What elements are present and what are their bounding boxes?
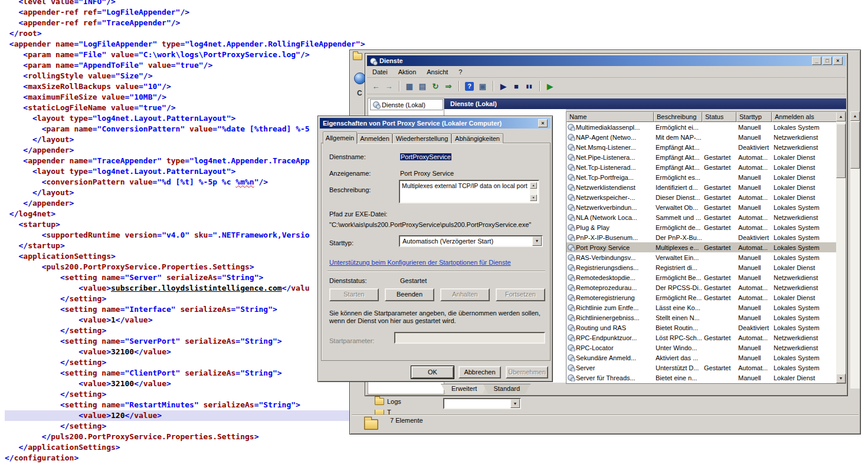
scroll-thumb[interactable]: [850, 121, 860, 169]
table-row[interactable]: Richtlinienergebniss...Stellt einen N...…: [566, 312, 836, 323]
table-row[interactable]: RemoteregistrierungErmöglicht Re...Gesta…: [566, 292, 836, 302]
column-header-2[interactable]: Status: [702, 112, 736, 122]
restart-icon[interactable]: ▶: [544, 81, 556, 92]
table-row[interactable]: RPC-LocatorUnter Windo...ManuellNetzwerk…: [566, 343, 836, 353]
column-header-3[interactable]: Starttyp: [736, 112, 772, 122]
chevron-down-icon[interactable]: ▼: [510, 399, 520, 408]
menu-help[interactable]: ?: [453, 67, 467, 77]
menu-aktion[interactable]: Aktion: [393, 67, 422, 77]
table-row[interactable]: Net.Msmq-Listener...Empfängt Akt...Deakt…: [566, 142, 836, 152]
description-scrollbar[interactable]: ▲ ▼: [530, 182, 537, 201]
table-row[interactable]: Port Proxy ServiceMultiplexes e...Gestar…: [566, 242, 836, 252]
maximize-button[interactable]: □: [823, 57, 832, 65]
scroll-down-button[interactable]: ▼: [530, 195, 537, 201]
start-params-note: Sie können die Startparameter angeben, d…: [329, 310, 545, 325]
table-row[interactable]: RAS-Verbindungsv...Verwaltet Ein...Manue…: [566, 252, 836, 262]
explorer-tree-item[interactable]: Logs: [375, 398, 401, 405]
table-row[interactable]: Net.Pipe-Listenera...Empfängt Akt...Gest…: [566, 152, 836, 162]
code-line[interactable]: </root>: [5, 28, 868, 39]
explorer-combobox[interactable]: ▼: [443, 398, 521, 409]
table-row[interactable]: Remotedesktopdie...Ermöglicht Be...Gesta…: [566, 272, 836, 282]
scroll-up-button[interactable]: ▲: [530, 182, 537, 189]
service-name: Net.Msmq-Listener...: [576, 144, 636, 151]
tree-node-dienste-lokal[interactable]: Dienste (Lokal): [370, 99, 443, 110]
list-icon[interactable]: ▤: [417, 81, 428, 92]
tab-allgemein[interactable]: Allgemein: [323, 131, 357, 144]
cancel-button[interactable]: Abbrechen: [458, 366, 501, 379]
table-row[interactable]: PnP-X-IP-Busenum...Der PnP-X-Bu...Deakti…: [566, 232, 836, 242]
export-icon[interactable]: ⇒: [443, 81, 454, 92]
view-tab-standard[interactable]: Standard: [483, 384, 530, 394]
forward-icon[interactable]: →: [383, 81, 395, 92]
table-row[interactable]: Registrierungsdiens...Registriert di...M…: [566, 262, 836, 272]
table-row[interactable]: Remoteprozedurau...Der RPCSS-Di...Gestar…: [566, 282, 836, 292]
explorer-scrollbar[interactable]: ▲: [850, 111, 860, 389]
column-header-1[interactable]: Beschreibung: [654, 112, 702, 122]
table-row[interactable]: Multimediaklassenpl...Ermöglicht ei...Ma…: [566, 122, 836, 132]
scroll-up-button[interactable]: ▲: [836, 112, 846, 121]
help-icon[interactable]: ?: [465, 82, 474, 91]
logon-cell: Lokaler Dienst: [772, 194, 836, 201]
code-line[interactable]: <level value="INFO"/>: [5, 0, 868, 7]
table-row[interactable]: Netzwerkspeicher-...Dieser Dienst...Gest…: [566, 192, 836, 202]
ok-button[interactable]: OK: [411, 366, 454, 379]
code-line[interactable]: <appender name="LogFileAppender" type="l…: [5, 39, 868, 50]
back-icon[interactable]: ←: [370, 81, 382, 92]
stop-icon[interactable]: ■: [510, 81, 522, 92]
chevron-down-icon[interactable]: ▼: [532, 236, 542, 246]
menu-ansicht[interactable]: Ansicht: [421, 67, 453, 77]
table-row[interactable]: Routing und RASBietet Routin...Deaktivie…: [566, 323, 836, 333]
close-button[interactable]: ×: [538, 119, 548, 127]
scroll-up-button[interactable]: ▲: [850, 111, 860, 121]
code-line[interactable]: <appender-ref ref="LogFileAppender"/>: [5, 7, 868, 18]
code-line[interactable]: <appender-ref ref="TraceAppender"/>: [5, 18, 868, 28]
service-name: Server: [576, 364, 595, 371]
scroll-thumb[interactable]: [836, 124, 846, 178]
tab-abhaengigkeiten[interactable]: Abhängigkeiten: [451, 133, 503, 143]
refresh-icon[interactable]: ↻: [430, 81, 441, 92]
scroll-down-button[interactable]: ▼: [836, 374, 846, 383]
menu-datei[interactable]: Datei: [367, 67, 393, 77]
code-line[interactable]: </configuration>: [5, 453, 868, 463]
code-line[interactable]: </applicationSettings>: [5, 442, 868, 453]
description-cell: Verwaltet Ob...: [654, 204, 702, 211]
starttype-cell: Manuell: [736, 264, 772, 271]
table-row[interactable]: Plug & PlayErmöglicht de...GestartetAuto…: [566, 222, 836, 232]
status-cell: Gestartet: [702, 274, 736, 281]
start-parameters-input[interactable]: [394, 332, 545, 344]
tab-wiederherstellung[interactable]: Wiederherstellung: [392, 133, 451, 143]
table-row[interactable]: Server für Threads...Bietet eine n...Man…: [566, 373, 836, 383]
table-row[interactable]: NetzwerklistendienstIdentifiziert d...Ge…: [566, 182, 836, 192]
up-arrow-icon: ▲: [839, 114, 843, 119]
services-title-bar[interactable]: Dienste _ □ ×: [367, 55, 846, 66]
window-icon[interactable]: ▣: [477, 81, 489, 92]
startup-options-help-link[interactable]: Unterstützung beim Konfigurieren der Sta…: [329, 259, 511, 266]
list-scrollbar[interactable]: ▲ ▼: [836, 112, 846, 383]
display-name-value[interactable]: Port Proxy Service: [400, 170, 454, 177]
minimize-button[interactable]: _: [812, 57, 821, 65]
column-header-0[interactable]: Name: [566, 112, 654, 122]
table-row[interactable]: ServerUnterstützt D...GestartetAutomat..…: [566, 363, 836, 373]
table-row[interactable]: NAP-Agent (Netwo...Mit dem NAP-...Manuel…: [566, 132, 836, 142]
table-row[interactable]: NLA (Network Loca...Sammelt und ...Gesta…: [566, 212, 836, 222]
startup-type-combobox[interactable]: Automatisch (Verzögerter Start) ▼: [399, 235, 543, 247]
table-row[interactable]: Richtlinie zum Entfe...Lässt eine Ko...M…: [566, 302, 836, 312]
tree-icon[interactable]: ▦: [404, 81, 415, 92]
description-field[interactable]: Multiplexes external TCP/IP data on loca…: [399, 180, 539, 203]
table-row[interactable]: Net.Tcp-Portfreiga...Ermöglicht es...Man…: [566, 172, 836, 182]
dialog-title-bar[interactable]: Eigenschaften von Port Proxy Service (Lo…: [320, 118, 551, 129]
close-button[interactable]: ×: [833, 57, 843, 65]
service-name-value[interactable]: PortProxyService: [400, 153, 451, 160]
stop-service-button[interactable]: Beenden: [385, 288, 434, 301]
pause-icon[interactable]: ▮▮: [523, 81, 535, 92]
column-header-4[interactable]: Anmelden als: [772, 112, 837, 122]
explorer-tree-item-partial[interactable]: T: [375, 410, 391, 414]
table-row[interactable]: RPC-Endpunktzuor...Löst RPC-Sch...Gestar…: [566, 333, 836, 343]
view-tab-erweitert[interactable]: Erweitert: [441, 384, 487, 394]
tab-anmelden[interactable]: Anmelden: [357, 133, 392, 143]
service-name: Netzwerkverbindun...: [576, 204, 637, 211]
table-row[interactable]: Sekundäre Anmeld...Aktiviert das ...Manu…: [566, 353, 836, 363]
table-row[interactable]: Net.Tcp-Listenerad...Empfängt Akt...Gest…: [566, 162, 836, 172]
table-row[interactable]: Netzwerkverbindun...Verwaltet Ob...Gesta…: [566, 202, 836, 212]
play-icon[interactable]: ▶: [497, 81, 509, 92]
